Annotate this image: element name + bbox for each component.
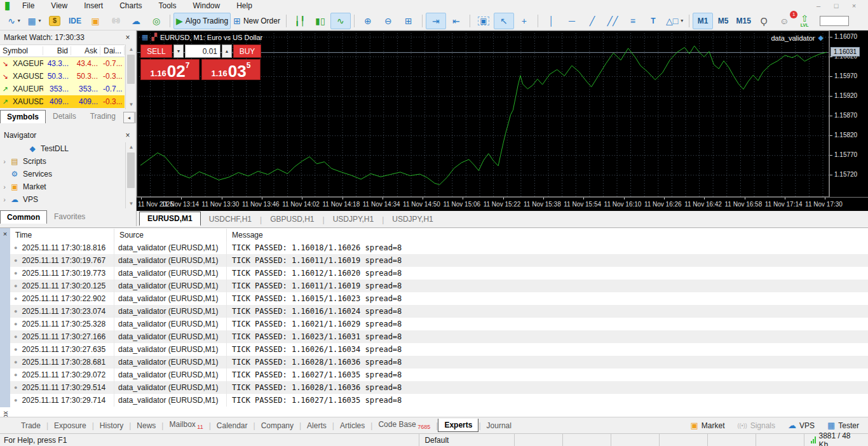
screenshot-button[interactable]: ▣ [473, 13, 494, 29]
tab-calendar[interactable]: Calendar [211, 419, 254, 432]
sell-button[interactable]: SELL [140, 44, 172, 58]
menu-charts[interactable]: Charts [111, 1, 150, 11]
notifications-button[interactable]: ☺1 [774, 13, 794, 29]
symbol-row-xaueur[interactable]: ↗XAUEUR353...353...-0.7... [0, 83, 125, 95]
minimize-button[interactable]: – [810, 2, 827, 10]
signals-button[interactable]: ((•))Signals [738, 421, 776, 430]
nav-item-vps[interactable]: ›☁VPS [0, 193, 125, 206]
log-row[interactable]: ●2025.11.11 17:30:25.328data_validator (… [10, 318, 868, 330]
tab-history[interactable]: History [94, 419, 129, 432]
volume-decrease-button[interactable]: ▼ [173, 44, 184, 58]
line-chart-button[interactable]: ∿ [330, 13, 351, 29]
tab-scroll-left-icon[interactable]: ◂ [123, 112, 135, 123]
vps-cloud-button[interactable]: ☁ [126, 13, 146, 29]
tab-mailbox[interactable]: Mailbox 11 [163, 418, 208, 432]
log-row[interactable]: ●2025.11.11 17:30:28.681data_validator (… [10, 356, 868, 368]
tab-articles[interactable]: Articles [334, 419, 370, 432]
auto-scroll-button[interactable]: ⇤ [446, 13, 466, 29]
indicators-button[interactable]: ▦▾ [24, 13, 44, 29]
close-icon[interactable]: × [0, 228, 10, 238]
tab-common[interactable]: Common [0, 210, 47, 224]
log-row[interactable]: ●2025.11.11 17:30:29.072data_validator (… [10, 368, 868, 381]
volume-input[interactable]: 0.01 [185, 44, 220, 58]
log-row[interactable]: ●2025.11.11 17:30:23.074data_validator (… [10, 305, 868, 318]
nav-item-services[interactable]: ⚙Services [0, 168, 125, 180]
close-icon[interactable]: × [123, 33, 132, 42]
signals-button[interactable]: ((o)) [105, 13, 126, 29]
tab-alerts[interactable]: Alerts [301, 419, 332, 432]
market-button[interactable]: ▣Market [691, 421, 725, 430]
sell-price-button[interactable]: 1.16 02 7 [140, 59, 200, 80]
tab-details[interactable]: Details [46, 109, 83, 123]
log-row[interactable]: ●2025.11.11 17:30:27.635data_validator (… [10, 343, 868, 356]
buy-price-button[interactable]: 1.16 03 5 [201, 59, 261, 80]
log-row[interactable]: ●2025.11.11 17:30:19.767data_validator (… [10, 254, 868, 267]
candlestick-chart-button[interactable]: ▮▯ [310, 13, 330, 29]
expander-icon[interactable]: › [0, 196, 9, 203]
lvl-button[interactable]: ⇧LVL [794, 13, 815, 29]
connection-meter[interactable] [815, 13, 851, 29]
chart-time-axis[interactable]: 11 Nov 202511 Nov 13:1411 Nov 13:3011 No… [137, 197, 868, 210]
menu-view[interactable]: View [43, 1, 76, 11]
vps-button[interactable]: ☁VPS [788, 421, 815, 430]
scroll-down-icon[interactable]: ▼ [126, 199, 137, 208]
close-button[interactable]: × [845, 2, 863, 10]
navigator-scrollbar[interactable]: ▲ ▼ [125, 142, 137, 208]
text-tool-button[interactable]: T [643, 13, 663, 29]
nav-item-scripts[interactable]: ›▤Scripts [0, 155, 125, 168]
nav-item-market[interactable]: ›▣Market [0, 180, 125, 193]
tile-windows-button[interactable]: ⊞ [398, 13, 419, 29]
symbol-row-xageur[interactable]: ↘XAGEUR43.3...43.4...-0.7... [0, 57, 125, 70]
tab-code-base[interactable]: Code Base 7685 [372, 418, 436, 432]
tab-trading[interactable]: Trading [83, 109, 123, 123]
timeframe-m5-button[interactable]: M5 [713, 13, 733, 29]
cursor-button[interactable]: ↖ [494, 13, 514, 29]
bar-chart-button[interactable]: ╽╿ [290, 13, 310, 29]
expander-icon[interactable]: › [0, 183, 9, 191]
chart-price-axis[interactable]: 1.160701.160201.159701.159201.158701.158… [829, 30, 868, 197]
shapes-button[interactable]: △□▾ [663, 13, 686, 29]
log-row[interactable]: ●2025.11.11 17:30:22.902data_validator (… [10, 292, 868, 305]
vertical-line-button[interactable]: │ [541, 13, 562, 29]
channel-button[interactable]: ╱╱ [602, 13, 623, 29]
menu-insert[interactable]: Insert [76, 1, 111, 11]
symbol-row-xagusd[interactable]: ↘XAGUSD50.3...50.3...-0.3... [0, 70, 125, 83]
algo-trading-button[interactable]: ▶Algo Trading [173, 13, 231, 29]
ide-button[interactable]: IDE [65, 13, 85, 29]
status-profile[interactable]: Default [419, 434, 513, 446]
tab-trade[interactable]: Trade [15, 419, 46, 432]
restore-button[interactable]: □ [827, 2, 845, 10]
buy-button[interactable]: BUY [233, 44, 261, 58]
volume-increase-button[interactable]: ▲ [222, 44, 232, 58]
log-row[interactable]: ●2025.11.11 17:30:29.514data_validator (… [10, 381, 868, 394]
chart-shift-button[interactable]: ⇥ [426, 13, 446, 29]
log-row[interactable]: ●2025.11.11 17:30:27.166data_validator (… [10, 330, 868, 343]
tester-button[interactable]: ▦Tester [827, 421, 859, 430]
crosshair-button[interactable]: + [514, 13, 534, 29]
tab-company[interactable]: Company [255, 419, 299, 432]
scroll-thumb[interactable] [127, 55, 135, 84]
chart-tab-gbpusdh1[interactable]: GBPUSD,H1 [262, 212, 322, 226]
menu-window[interactable]: Window [185, 1, 229, 11]
community-button[interactable]: ◎ [146, 13, 166, 29]
zoom-out-button[interactable]: ⊖ [378, 13, 398, 29]
menu-tools[interactable]: Tools [151, 1, 185, 11]
tab-symbols[interactable]: Symbols [0, 110, 46, 123]
chart-tab-usdjpyh1[interactable]: USDJPY,H1 [384, 212, 441, 226]
horizontal-line-button[interactable]: ─ [562, 13, 582, 29]
market-watch-scrollbar[interactable]: ▲ ▼ [125, 44, 137, 109]
trendline-button[interactable]: ╱ [582, 13, 602, 29]
scroll-up-icon[interactable]: ▲ [126, 142, 137, 152]
search-button[interactable]: Ϙ [754, 13, 774, 29]
nav-item-testdll[interactable]: ◆TestDLL [0, 142, 125, 155]
chart-tab-usdjpyh1[interactable]: USDJPY,H1 [325, 212, 382, 226]
tab-experts[interactable]: Experts [438, 419, 478, 432]
fibonacci-button[interactable]: ≡ [623, 13, 643, 29]
log-row[interactable]: ●2025.11.11 17:30:29.714data_validator (… [10, 394, 868, 407]
chart-tab-usdchfh1[interactable]: USDCHF,H1 [201, 212, 260, 226]
symbol-row-xauusd[interactable]: ↗XAUUSD409...409...-0.3... [0, 95, 125, 108]
zoom-in-button[interactable]: ⊕ [358, 13, 378, 29]
menu-help[interactable]: Help [228, 1, 261, 11]
close-icon[interactable]: × [123, 131, 132, 140]
quotes-button[interactable]: $ [44, 13, 65, 29]
